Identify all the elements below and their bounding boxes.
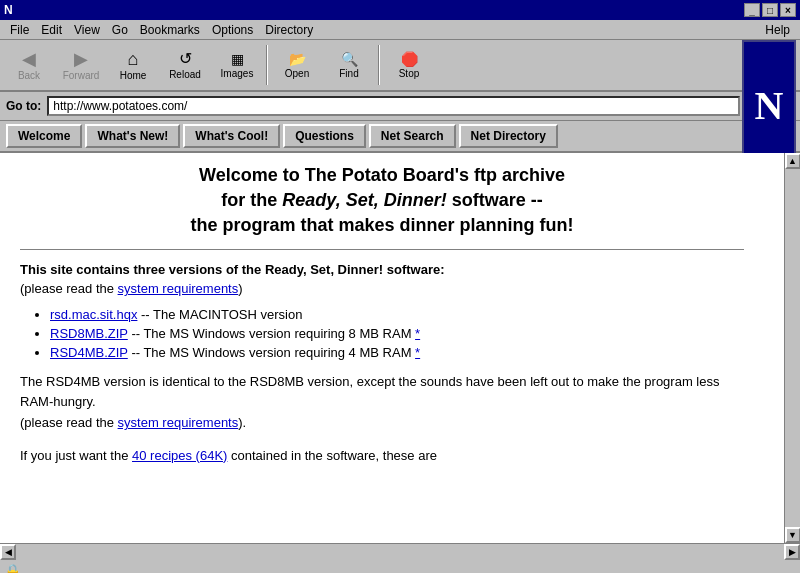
main-area: Welcome to The Potato Board's ftp archiv…	[0, 153, 800, 543]
address-bar: Go to:	[0, 92, 800, 121]
forward-button[interactable]: ▶ Forward	[56, 43, 106, 87]
menu-directory[interactable]: Directory	[259, 22, 319, 38]
back-button[interactable]: ◀ Back	[4, 43, 54, 87]
nav-welcome[interactable]: Welcome	[6, 124, 82, 148]
list-item-8mb: RSD8MB.ZIP -- The MS Windows version req…	[50, 326, 744, 341]
back-icon: ◀	[22, 50, 36, 68]
scroll-track-horizontal	[16, 544, 784, 560]
nav-whats-cool[interactable]: What's Cool!	[183, 124, 280, 148]
intro-sub: (please read the	[20, 281, 118, 296]
title-bar-controls[interactable]: _ □ ×	[744, 3, 796, 17]
maximize-button[interactable]: □	[762, 3, 778, 17]
download-list: rsd.mac.sit.hqx -- The MACINTOSH version…	[50, 307, 744, 360]
home-button[interactable]: ⌂ Home	[108, 43, 158, 87]
scroll-up-button[interactable]: ▲	[785, 153, 801, 169]
intro-end: )	[238, 281, 242, 296]
rsd8mb-star[interactable]: *	[415, 326, 420, 341]
netscape-logo: N	[742, 40, 796, 170]
find-button[interactable]: 🔍 Find	[324, 43, 374, 87]
divider	[20, 249, 744, 250]
recipes-link[interactable]: 40 recipes (64K)	[132, 448, 227, 463]
stop-label: Stop	[399, 68, 420, 79]
stop-button[interactable]: 🛑 Stop	[384, 43, 434, 87]
content-area: Welcome to The Potato Board's ftp archiv…	[0, 153, 784, 543]
reload-icon: ↺	[179, 51, 192, 67]
forward-label: Forward	[63, 70, 100, 81]
toolbar: ◀ Back ▶ Forward ⌂ Home ↺ Reload ▦ Image…	[0, 40, 800, 92]
security-icon: 🔒	[4, 563, 21, 574]
images-icon: ▦	[231, 52, 244, 66]
nav-bar: Welcome What's New! What's Cool! Questio…	[0, 121, 800, 153]
close-button[interactable]: ×	[780, 3, 796, 17]
address-input[interactable]	[47, 96, 740, 116]
menu-edit[interactable]: Edit	[35, 22, 68, 38]
app-icon: N	[4, 3, 13, 17]
forward-icon: ▶	[74, 50, 88, 68]
menu-view[interactable]: View	[68, 22, 106, 38]
nav-net-directory[interactable]: Net Directory	[459, 124, 558, 148]
content-inner: Welcome to The Potato Board's ftp archiv…	[20, 163, 764, 467]
home-label: Home	[120, 70, 147, 81]
address-label: Go to:	[6, 99, 41, 113]
system-requirements-link-2[interactable]: system requirements	[118, 415, 239, 430]
open-button[interactable]: 📂 Open	[272, 43, 322, 87]
scroll-track-vertical	[785, 169, 801, 527]
toolbar-separator	[266, 45, 268, 85]
minimize-button[interactable]: _	[744, 3, 760, 17]
paragraph-2: If you just want the 40 recipes (64K) co…	[20, 446, 744, 467]
rsd4mb-link[interactable]: RSD4MB.ZIP	[50, 345, 128, 360]
menu-go[interactable]: Go	[106, 22, 134, 38]
home-icon: ⌂	[128, 50, 139, 68]
menu-file[interactable]: File	[4, 22, 35, 38]
paragraph-1: The RSD4MB version is identical to the R…	[20, 372, 744, 434]
status-bar: 🔒	[0, 559, 800, 573]
back-label: Back	[18, 70, 40, 81]
intro-bold: This site contains three versions of the…	[20, 262, 445, 277]
header-wrapper: ◀ Back ▶ Forward ⌂ Home ↺ Reload ▦ Image…	[0, 40, 800, 153]
list-item-mac: rsd.mac.sit.hqx -- The MACINTOSH version	[50, 307, 744, 322]
open-label: Open	[285, 68, 309, 79]
menu-bookmarks[interactable]: Bookmarks	[134, 22, 206, 38]
menu-options[interactable]: Options	[206, 22, 259, 38]
nav-whats-new[interactable]: What's New!	[85, 124, 180, 148]
open-icon: 📂	[289, 52, 306, 66]
menu-bar: File Edit View Go Bookmarks Options Dire…	[0, 20, 800, 40]
title-bar-left: N	[4, 3, 13, 17]
rsd-mac-link[interactable]: rsd.mac.sit.hqx	[50, 307, 137, 322]
nav-questions[interactable]: Questions	[283, 124, 366, 148]
images-button[interactable]: ▦ Images	[212, 43, 262, 87]
reload-label: Reload	[169, 69, 201, 80]
nav-net-search[interactable]: Net Search	[369, 124, 456, 148]
scroll-right-button[interactable]: ▶	[784, 544, 800, 560]
intro-paragraph: This site contains three versions of the…	[20, 260, 744, 299]
page-title: Welcome to The Potato Board's ftp archiv…	[20, 163, 744, 239]
menu-help[interactable]: Help	[759, 22, 796, 38]
scroll-down-button[interactable]: ▼	[785, 527, 801, 543]
reload-button[interactable]: ↺ Reload	[160, 43, 210, 87]
scroll-left-button[interactable]: ◀	[0, 544, 16, 560]
stop-icon: 🛑	[401, 52, 418, 66]
find-icon: 🔍	[341, 52, 358, 66]
scrollbar-right: ▲ ▼	[784, 153, 800, 543]
list-item-4mb: RSD4MB.ZIP -- The MS Windows version req…	[50, 345, 744, 360]
find-label: Find	[339, 68, 358, 79]
rsd8mb-link[interactable]: RSD8MB.ZIP	[50, 326, 128, 341]
rsd4mb-star[interactable]: *	[415, 345, 420, 360]
system-requirements-link-1[interactable]: system requirements	[118, 281, 239, 296]
images-label: Images	[221, 68, 254, 79]
title-bar: N _ □ ×	[0, 0, 800, 20]
toolbar-separator-2	[378, 45, 380, 85]
scrollbar-bottom: ◀ ▶	[0, 543, 800, 559]
